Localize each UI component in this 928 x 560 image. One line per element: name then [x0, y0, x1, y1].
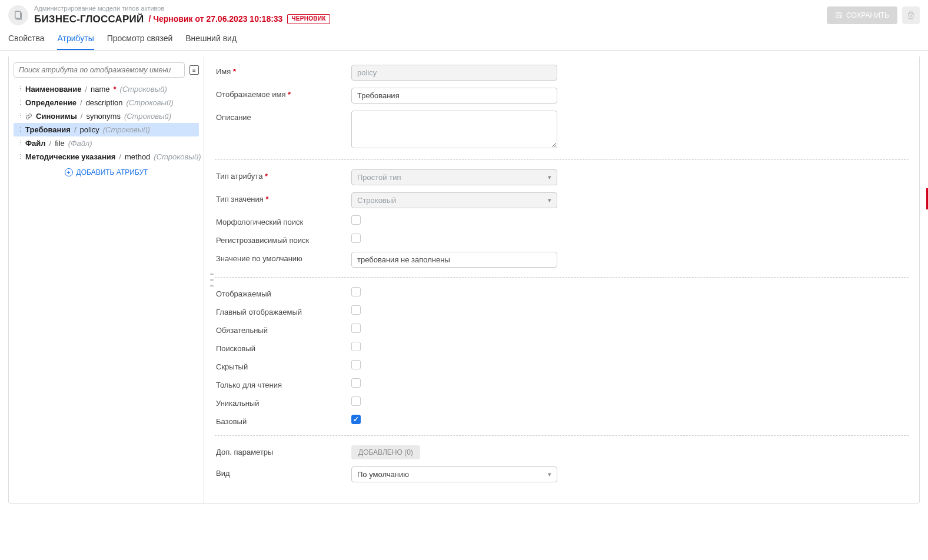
label-displayed: Отображаемый — [216, 287, 351, 298]
drag-handle-icon[interactable]: ⋮⋮ — [17, 139, 22, 147]
label-case: Регистрозависимый поиск — [216, 234, 351, 245]
tab-relations[interactable]: Просмотр связей — [107, 34, 173, 50]
drag-handle-icon[interactable]: ⋮⋮ — [17, 99, 22, 106]
label-default: Значение по умолчанию — [216, 252, 351, 263]
attribute-item[interactable]: ⋮⋮Наименование / name * (Строковый) — [14, 82, 199, 96]
collapse-icon[interactable]: ≡ — [189, 65, 199, 75]
label-base: Базовый — [216, 415, 351, 426]
attribute-search-input[interactable] — [14, 62, 185, 78]
label-display-name: Отображаемое имя * — [216, 88, 351, 99]
add-attribute-button[interactable]: + ДОБАВИТЬ АТРИБУТ — [14, 164, 199, 176]
splitter-handle[interactable] — [210, 274, 214, 286]
label-morpho: Морфологический поиск — [216, 215, 351, 226]
link-icon — [25, 113, 32, 120]
attribute-sidebar: ≡ ⋮⋮Наименование / name * (Строковый)⋮⋮О… — [9, 56, 204, 503]
attribute-type: (Строковый) — [120, 85, 167, 94]
delete-button[interactable] — [902, 6, 920, 24]
attribute-name: Требования — [25, 125, 71, 134]
label-main-displayed: Главный отображаемый — [216, 305, 351, 316]
plus-icon: + — [65, 168, 73, 176]
value-type-select: Строковый ▾ — [351, 192, 557, 208]
attribute-code: description — [86, 98, 123, 107]
label-name: Имя * — [216, 65, 351, 76]
draft-badge: ЧЕРНОВИК — [287, 14, 330, 24]
attribute-item[interactable]: ⋮⋮Требования / policy (Строковый) — [14, 123, 199, 136]
unique-checkbox[interactable] — [351, 396, 361, 406]
attribute-item[interactable]: ⋮⋮Определение / description (Строковый) — [14, 96, 199, 109]
attribute-form: Имя * Отображаемое имя * Описание Тип ат… — [204, 56, 919, 503]
attribute-code: synonyms — [86, 112, 121, 121]
label-hidden: Скрытый — [216, 360, 351, 371]
attribute-code: name — [91, 85, 110, 94]
attribute-item[interactable]: ⋮⋮Файл / file (Файл) — [14, 136, 199, 150]
base-checkbox[interactable] — [351, 415, 361, 424]
chevron-down-icon: ▾ — [548, 471, 551, 478]
attribute-code: method — [125, 152, 150, 161]
attribute-type: (Строковый) — [154, 152, 201, 161]
breadcrumb: Администрирование модели типов активов — [34, 5, 821, 13]
readonly-checkbox[interactable] — [351, 378, 361, 388]
divider — [215, 435, 909, 436]
label-searchable: Поисковый — [216, 342, 351, 353]
attribute-type: (Строковый) — [103, 125, 150, 134]
searchable-checkbox[interactable] — [351, 342, 361, 351]
attribute-name: Синонимы — [36, 112, 77, 121]
content-split: ≡ ⋮⋮Наименование / name * (Строковый)⋮⋮О… — [8, 56, 920, 504]
label-kind: Вид — [216, 466, 351, 478]
tabs: Свойства Атрибуты Просмотр связей Внешни… — [0, 25, 928, 51]
tab-properties[interactable]: Свойства — [8, 34, 44, 50]
attribute-name: Файл — [25, 139, 46, 148]
draft-timestamp: / Черновик от 27.06.2023 10:18:33 — [148, 14, 282, 25]
extra-params-button[interactable]: ДОБАВЛЕНО (0) — [351, 445, 420, 459]
default-value-input[interactable] — [351, 252, 557, 268]
case-checkbox[interactable] — [351, 234, 361, 243]
attribute-type: (Строковый) — [124, 112, 171, 121]
attribute-name: Методические указания — [25, 152, 115, 161]
morpho-checkbox[interactable] — [351, 215, 361, 225]
attribute-name: Определение — [25, 98, 76, 107]
attribute-type: (Файл) — [68, 139, 92, 148]
main-displayed-checkbox[interactable] — [351, 305, 361, 315]
label-description: Описание — [216, 111, 351, 122]
drag-handle-icon[interactable]: ⋮⋮ — [17, 112, 22, 120]
attribute-item[interactable]: ⋮⋮Синонимы / synonyms (Строковый) — [14, 109, 199, 123]
label-required: Обязательный — [216, 324, 351, 335]
entity-icon — [8, 5, 28, 25]
save-button-label: СОХРАНИТЬ — [846, 11, 889, 19]
page-title: БИЗНЕС-ГЛОССАРИЙ — [34, 13, 144, 25]
tab-attributes[interactable]: Атрибуты — [57, 34, 94, 50]
attribute-name: Наименование — [25, 85, 81, 94]
trash-icon — [907, 11, 915, 19]
divider — [215, 277, 909, 278]
description-textarea[interactable] — [351, 111, 557, 148]
attribute-list: ⋮⋮Наименование / name * (Строковый)⋮⋮Опр… — [14, 82, 199, 164]
drag-handle-icon[interactable]: ⋮⋮ — [17, 153, 22, 161]
chevron-down-icon: ▾ — [548, 196, 551, 204]
displayed-checkbox[interactable] — [351, 287, 361, 296]
required-checkbox[interactable] — [351, 324, 361, 333]
hidden-checkbox[interactable] — [351, 360, 361, 369]
name-input — [351, 65, 557, 81]
label-value-type: Тип значения * — [216, 192, 351, 204]
attribute-code: file — [55, 139, 65, 148]
save-icon — [835, 11, 843, 19]
required-marker: * — [114, 85, 117, 94]
header: Администрирование модели типов активов Б… — [0, 0, 928, 25]
chevron-down-icon: ▾ — [548, 174, 551, 181]
display-name-input[interactable] — [351, 88, 557, 104]
kind-select[interactable]: По умолчанию ▾ — [351, 466, 557, 482]
attribute-type: (Строковый) — [127, 98, 174, 107]
label-extra: Доп. параметры — [216, 445, 351, 456]
attr-type-select: Простой тип ▾ — [351, 169, 557, 185]
drag-handle-icon[interactable]: ⋮⋮ — [17, 126, 22, 134]
attribute-item[interactable]: ⋮⋮Методические указания / method (Строко… — [14, 150, 199, 164]
svg-rect-0 — [15, 11, 21, 18]
label-attr-type: Тип атрибута * — [216, 169, 351, 181]
save-button[interactable]: СОХРАНИТЬ — [827, 6, 897, 24]
divider — [215, 159, 909, 160]
drag-handle-icon[interactable]: ⋮⋮ — [17, 85, 22, 93]
label-readonly: Только для чтения — [216, 378, 351, 389]
add-attribute-label: ДОБАВИТЬ АТРИБУТ — [76, 168, 148, 176]
tab-appearance[interactable]: Внешний вид — [185, 34, 237, 50]
attribute-code: policy — [80, 125, 99, 134]
